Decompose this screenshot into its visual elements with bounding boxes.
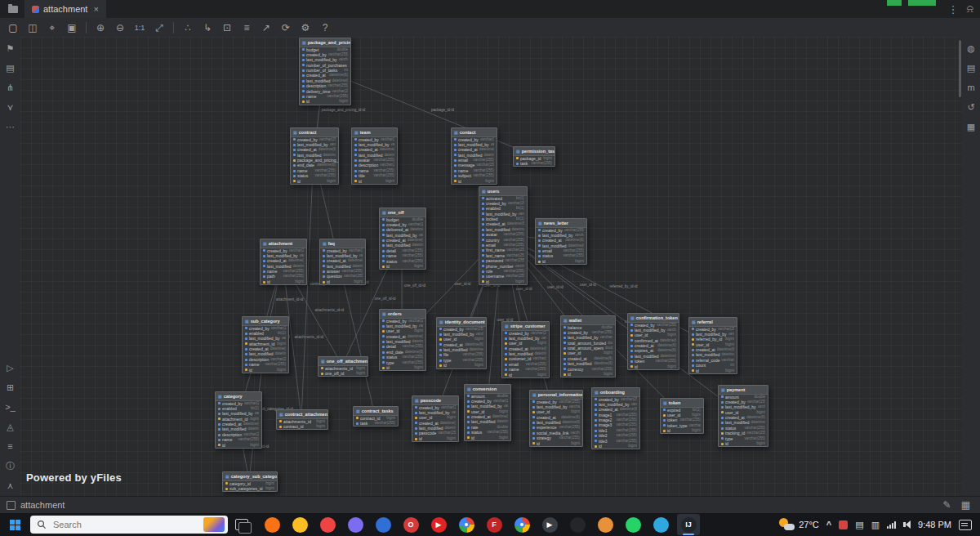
- bookmark-icon[interactable]: ⚑: [2, 40, 19, 56]
- terminal-icon[interactable]: >_: [2, 399, 19, 415]
- table-header[interactable]: ▦users: [479, 187, 527, 196]
- table-stripe_customer[interactable]: ▦stripe_customercreated_byvarchar(255)la…: [501, 321, 550, 378]
- weather-widget[interactable]: 27°C: [778, 517, 819, 532]
- table-field[interactable]: idbigint: [479, 279, 527, 284]
- table-header[interactable]: ▦one_off_attachments: [318, 357, 368, 366]
- taskbar-app-vscode[interactable]: [372, 514, 394, 535]
- taskbar-app-brave[interactable]: [261, 514, 283, 535]
- table-wallet[interactable]: ▦walletbalancedoublecreated_byvarchar(25…: [560, 315, 616, 377]
- table-header[interactable]: ▦permission_tasks: [514, 147, 555, 156]
- table-header[interactable]: ▦identity_document: [437, 318, 486, 327]
- table-header[interactable]: ▦personal_information: [530, 391, 582, 400]
- table-package_and_pricing[interactable]: ▦package_and_pricingbudgetdoublecreated_…: [299, 38, 351, 105]
- taskbar-app-media-player[interactable]: ▶: [538, 514, 561, 535]
- table-field[interactable]: idbigint: [536, 259, 586, 264]
- tab-close-icon[interactable]: ×: [93, 4, 98, 14]
- table-field[interactable]: taskvarchar(255): [514, 161, 555, 166]
- table-field[interactable]: idbigint: [300, 99, 350, 104]
- taskbar-app-telegram[interactable]: [649, 514, 672, 535]
- table-header[interactable]: ▦sub_category: [243, 317, 288, 326]
- table-header[interactable]: ▦passcode: [412, 396, 458, 405]
- table-header[interactable]: ▦attachment: [261, 239, 306, 248]
- clock[interactable]: 9:48 PM: [918, 520, 951, 529]
- table-header[interactable]: ▦conversion: [465, 385, 510, 394]
- tray-display-icon[interactable]: ▤: [855, 520, 863, 530]
- refresh-icon[interactable]: ⟳: [277, 20, 295, 35]
- taskbar-app-whatsapp[interactable]: [621, 514, 644, 535]
- table-sub_category[interactable]: ▦sub_categorycreated_byvarchar(255)enabl…: [242, 316, 289, 373]
- taskbar-app-figma[interactable]: F: [483, 514, 506, 535]
- table-identity_document[interactable]: ▦identity_documentcreated_byvarchar(255)…: [436, 317, 487, 369]
- ai-assistant-icon[interactable]: ◍: [963, 40, 979, 56]
- table-header[interactable]: ▦onboarding: [592, 388, 639, 397]
- table-header[interactable]: ▦stripe_customer: [502, 322, 549, 331]
- table-header[interactable]: ▦news_letter: [536, 219, 586, 228]
- taskbar-search[interactable]: [30, 516, 228, 534]
- more-menu-icon[interactable]: ⋮: [947, 3, 958, 16]
- taskbar-app-edge-browser[interactable]: [455, 514, 478, 535]
- table-contract_tasks[interactable]: ▦contract_taskscontract_idbiginttaskvarc…: [353, 406, 399, 427]
- table-contact[interactable]: ▦contactcreated_byvarchar(255)last_modif…: [451, 127, 497, 185]
- search-input[interactable]: [51, 519, 177, 530]
- show-details-icon[interactable]: ≡: [238, 20, 256, 35]
- table-header[interactable]: ▦orders: [380, 310, 425, 319]
- table-orders[interactable]: ▦orderscreated_byvarchar(255)last_modifi…: [379, 309, 426, 371]
- canvas-scrollbar[interactable]: [959, 40, 961, 97]
- table-header[interactable]: ▦category_sub_categories: [223, 472, 277, 481]
- taskbar-app-youtube[interactable]: ▶: [427, 514, 450, 535]
- info-icon[interactable]: ⓘ: [2, 458, 19, 474]
- more-tools-icon[interactable]: ⋯: [2, 118, 19, 135]
- taskbar-app-discord[interactable]: [344, 514, 367, 535]
- diagram-canvas[interactable]: package_and_pricing_id-idpackage_id-idat…: [20, 37, 962, 497]
- table-field[interactable]: idbigint: [465, 436, 510, 440]
- table-field[interactable]: one_off_idbigint: [318, 371, 368, 376]
- actual-size-button[interactable]: 1:1: [131, 20, 149, 35]
- window-layouts-icon[interactable]: ▦: [963, 118, 979, 135]
- table-news_letter[interactable]: ▦news_lettercreated_byvarchar(255)last_m…: [535, 218, 587, 265]
- branches-icon[interactable]: ⋎: [2, 99, 19, 115]
- table-field[interactable]: idbigint: [502, 373, 549, 377]
- notification-center-icon[interactable]: [959, 520, 972, 530]
- maven-icon[interactable]: m: [963, 79, 979, 96]
- start-button[interactable]: [3, 515, 26, 534]
- table-category[interactable]: ▦categorycreated_byvarchar(255)enabledbi…: [215, 391, 262, 449]
- table-field[interactable]: idbigint: [352, 179, 397, 184]
- table-onboarding[interactable]: ▦onboardingcreated_byvarchar(255)last_mo…: [591, 387, 640, 449]
- table-faq[interactable]: ▦faqcreated_byvarchar(255)last_modified_…: [319, 239, 366, 285]
- history-icon[interactable]: ↺: [963, 99, 979, 115]
- table-category_sub_categories[interactable]: ▦category_sub_categoriescategory_idbigin…: [222, 471, 278, 492]
- run-icon[interactable]: ▷: [2, 360, 19, 376]
- table-header[interactable]: ▦token: [661, 399, 703, 408]
- table-field[interactable]: idbigint: [628, 364, 679, 369]
- table-header[interactable]: ▦referral: [689, 318, 737, 327]
- tray-expand-icon[interactable]: ^: [826, 520, 831, 529]
- table-header[interactable]: ▦one_off: [380, 208, 425, 217]
- table-payment[interactable]: ▦paymentamountdoublecreated_byvarchar(25…: [718, 385, 768, 447]
- help-button[interactable]: ?: [316, 20, 334, 35]
- table-header[interactable]: ▦wallet: [561, 316, 615, 325]
- table-field[interactable]: idbigint: [661, 428, 703, 433]
- network-signal-icon[interactable]: [887, 520, 896, 529]
- table-users[interactable]: ▦usersactivatedbit(1)created_byvarchar(2…: [479, 186, 528, 285]
- table-confirmation_token[interactable]: ▦confirmation_tokencreated_byvarchar(255…: [627, 313, 679, 370]
- export-icon[interactable]: ↗: [257, 20, 275, 35]
- fit-content-icon[interactable]: ⤢: [150, 20, 168, 35]
- table-field[interactable]: idbigint: [719, 441, 768, 446]
- todo-icon[interactable]: ≡: [2, 438, 19, 454]
- table-field[interactable]: idbigint: [243, 368, 288, 373]
- table-header[interactable]: ▦faq: [320, 239, 365, 248]
- table-field[interactable]: sub_categories_idbigint: [223, 486, 277, 491]
- table-team[interactable]: ▦teamcreated_byvarchar(255)last_modified…: [351, 127, 398, 185]
- tray-usb-icon[interactable]: ▥: [871, 520, 880, 530]
- taskbar-app-defender[interactable]: [316, 514, 339, 535]
- version-control-icon[interactable]: ⋏: [2, 477, 19, 494]
- services-icon[interactable]: ⊞: [2, 379, 19, 395]
- table-field[interactable]: idbigint: [261, 279, 306, 284]
- table-field[interactable]: idbigint: [320, 279, 365, 284]
- table-field[interactable]: idbigint: [291, 179, 338, 184]
- table-personal_information[interactable]: ▦personal_informationcreated_byvarchar(2…: [529, 390, 583, 447]
- volume-icon[interactable]: [903, 520, 911, 529]
- table-field[interactable]: idbigint: [412, 436, 458, 441]
- table-attachment[interactable]: ▦attachmentcreated_byvarchar(255)last_mo…: [260, 239, 307, 285]
- structure-icon[interactable]: ▤: [2, 60, 19, 76]
